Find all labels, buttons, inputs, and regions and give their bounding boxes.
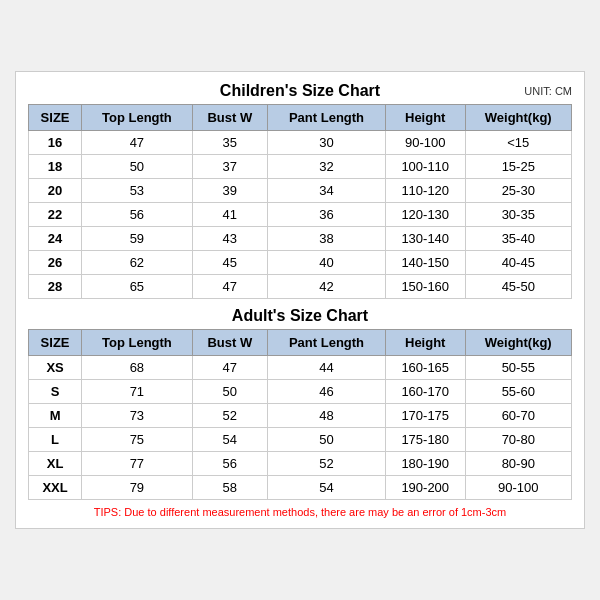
table-row: 20533934110-12025-30 [29,179,572,203]
col-header-size: SIZE [29,105,82,131]
table-cell: 36 [268,203,386,227]
table-cell: 90-100 [385,131,465,155]
table-cell: 50 [268,428,386,452]
table-cell: 110-120 [385,179,465,203]
table-cell: 32 [268,155,386,179]
table-cell: 35 [192,131,267,155]
table-cell: 53 [82,179,192,203]
table-cell: 45 [192,251,267,275]
adult-col-header-top-length: Top Length [82,330,192,356]
table-cell: 68 [82,356,192,380]
table-cell: 100-110 [385,155,465,179]
adult-col-header-size: SIZE [29,330,82,356]
table-cell: 71 [82,380,192,404]
table-row: S715046160-17055-60 [29,380,572,404]
table-cell: 47 [192,275,267,299]
table-cell: 37 [192,155,267,179]
adult-table: SIZE Top Length Bust W Pant Length Heigh… [28,329,572,500]
table-cell: 47 [82,131,192,155]
table-cell: 47 [192,356,267,380]
table-cell: 180-190 [385,452,465,476]
tips-text: TIPS: Due to different measurement metho… [28,506,572,518]
table-cell: 45-50 [465,275,572,299]
table-cell: 46 [268,380,386,404]
table-cell: 90-100 [465,476,572,500]
table-cell: L [29,428,82,452]
table-cell: 73 [82,404,192,428]
table-cell: <15 [465,131,572,155]
table-cell: 150-160 [385,275,465,299]
table-cell: 65 [82,275,192,299]
table-cell: 79 [82,476,192,500]
table-cell: 38 [268,227,386,251]
table-cell: 160-165 [385,356,465,380]
adult-col-header-bust-w: Bust W [192,330,267,356]
table-cell: 55-60 [465,380,572,404]
table-cell: 15-25 [465,155,572,179]
table-cell: 48 [268,404,386,428]
adult-col-header-pant-length: Pant Length [268,330,386,356]
table-cell: 50 [82,155,192,179]
table-cell: 160-170 [385,380,465,404]
adult-col-header-weight: Weight(kg) [465,330,572,356]
table-cell: XXL [29,476,82,500]
table-cell: 41 [192,203,267,227]
col-header-weight: Weight(kg) [465,105,572,131]
table-cell: 50-55 [465,356,572,380]
table-row: XXL795854190-20090-100 [29,476,572,500]
table-row: 28654742150-16045-50 [29,275,572,299]
adult-title-row: Adult's Size Chart [28,307,572,325]
table-cell: M [29,404,82,428]
table-cell: 40 [268,251,386,275]
table-row: L755450175-18070-80 [29,428,572,452]
table-cell: 50 [192,380,267,404]
table-cell: 190-200 [385,476,465,500]
table-cell: 58 [192,476,267,500]
table-cell: 40-45 [465,251,572,275]
table-cell: 175-180 [385,428,465,452]
table-cell: 59 [82,227,192,251]
table-cell: 26 [29,251,82,275]
children-table: SIZE Top Length Bust W Pant Length Heigh… [28,104,572,299]
chart-container: Children's Size Chart UNIT: CM SIZE Top … [15,71,585,529]
col-header-bust-w: Bust W [192,105,267,131]
table-cell: 34 [268,179,386,203]
table-cell: 62 [82,251,192,275]
table-cell: 52 [268,452,386,476]
table-row: XL775652180-19080-90 [29,452,572,476]
table-cell: 60-70 [465,404,572,428]
table-cell: 25-30 [465,179,572,203]
table-cell: 39 [192,179,267,203]
table-cell: 130-140 [385,227,465,251]
table-cell: 70-80 [465,428,572,452]
table-cell: 16 [29,131,82,155]
table-row: 26624540140-15040-45 [29,251,572,275]
table-row: 24594338130-14035-40 [29,227,572,251]
table-cell: 56 [192,452,267,476]
table-cell: 170-175 [385,404,465,428]
children-title: Children's Size Chart [220,82,380,100]
table-cell: XL [29,452,82,476]
table-cell: 52 [192,404,267,428]
table-cell: 24 [29,227,82,251]
children-title-row: Children's Size Chart UNIT: CM [28,82,572,100]
table-row: 18503732100-11015-25 [29,155,572,179]
table-cell: 30 [268,131,386,155]
table-cell: S [29,380,82,404]
unit-label: UNIT: CM [524,85,572,97]
table-cell: 120-130 [385,203,465,227]
table-cell: 54 [268,476,386,500]
table-cell: 80-90 [465,452,572,476]
table-cell: 35-40 [465,227,572,251]
col-header-pant-length: Pant Length [268,105,386,131]
table-row: M735248170-17560-70 [29,404,572,428]
table-cell: 22 [29,203,82,227]
table-cell: 20 [29,179,82,203]
adult-header-row: SIZE Top Length Bust W Pant Length Heigh… [29,330,572,356]
table-cell: 28 [29,275,82,299]
table-cell: 42 [268,275,386,299]
table-cell: 140-150 [385,251,465,275]
adult-title: Adult's Size Chart [232,307,368,325]
table-cell: 44 [268,356,386,380]
children-header-row: SIZE Top Length Bust W Pant Length Heigh… [29,105,572,131]
